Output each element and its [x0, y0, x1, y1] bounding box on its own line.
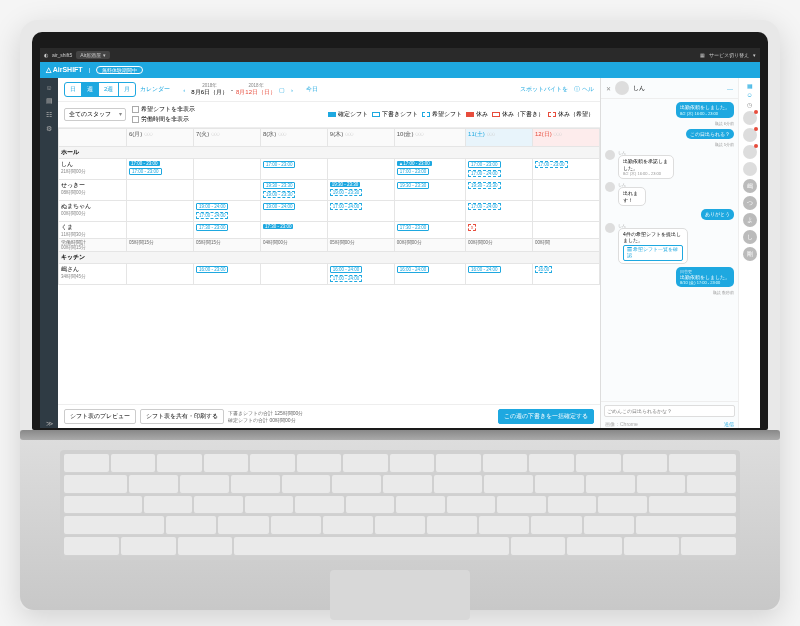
- shift-chip[interactable]: 17:00 - 23:00: [468, 161, 501, 168]
- contact-avatar[interactable]: つ: [743, 196, 757, 210]
- contact-avatar[interactable]: よ: [743, 213, 757, 227]
- staff-cell[interactable]: しん21時間00分: [59, 159, 127, 180]
- shift-chip[interactable]: 17:00 - 23:00: [397, 168, 430, 175]
- shift-chip[interactable]: ▲17:00 - 23:00: [397, 161, 432, 166]
- chat-body[interactable]: 出勤依頼をしました。8/2 (木) 16:00 - 23:00既読 6分前この日…: [601, 99, 738, 401]
- rail-clock-icon[interactable]: ◷: [747, 101, 752, 108]
- shift-cell[interactable]: 16:00 - 24:00: [394, 264, 465, 285]
- view-month[interactable]: 月: [119, 83, 135, 96]
- shift-cell[interactable]: 19:30 - 23:30: [394, 180, 465, 201]
- shift-cell[interactable]: [394, 201, 465, 222]
- shift-cell[interactable]: 19:00 - 24:00: [260, 201, 327, 222]
- os-store[interactable]: Air居酒屋 ▾: [76, 51, 110, 59]
- grid-icon[interactable]: ▦: [700, 52, 705, 58]
- nav-settings-icon[interactable]: ⚙: [46, 125, 52, 133]
- send-button[interactable]: 送信: [724, 421, 734, 427]
- rail-calendar-icon[interactable]: ▦: [747, 82, 753, 89]
- shift-cell[interactable]: 17:00 - 23:00: [533, 159, 600, 180]
- shift-grid[interactable]: 6(月) ○○○7(火) ○○○8(水) ○○○9(木) ○○○10(金) ○○…: [58, 128, 600, 404]
- shift-chip[interactable]: 19:00 - 24:00: [196, 203, 229, 210]
- calendar-link[interactable]: カレンダー: [140, 85, 170, 94]
- shift-chip[interactable]: 17:00 - 24:00: [468, 203, 501, 210]
- shift-chip[interactable]: 17:30 - 23:00: [397, 224, 430, 231]
- service-switch[interactable]: サービス切り替え: [709, 52, 749, 58]
- shift-cell[interactable]: [127, 180, 194, 201]
- shift-cell[interactable]: ▲17:00 - 23:0017:00 - 23:00: [394, 159, 465, 180]
- shift-cell[interactable]: 19:30 - 23:3019:00 - 23:30: [327, 180, 394, 201]
- staff-cell[interactable]: くま11時間30分: [59, 222, 127, 239]
- shift-cell[interactable]: 16:00 - 24:0017:00 - 24:00: [327, 264, 394, 285]
- shift-cell[interactable]: 19:30 - 23:3019:00 - 23:30: [260, 180, 327, 201]
- shift-cell[interactable]: 17:00 - 23:0017:00 - 24:00: [466, 159, 533, 180]
- shift-cell[interactable]: [260, 264, 327, 285]
- help-link[interactable]: ⓘ ヘル: [574, 85, 594, 94]
- staff-cell[interactable]: ぬまちゃん00時間00分: [59, 201, 127, 222]
- shift-chip[interactable]: 19:30 - 23:30: [330, 182, 361, 187]
- chat-menu-icon[interactable]: ⋯: [727, 85, 733, 92]
- shift-chip[interactable]: 19:30 - 23:30: [397, 182, 430, 189]
- shift-cell[interactable]: 16:00 - 24:00: [466, 264, 533, 285]
- shift-chip[interactable]: 17:00 - 23:00: [535, 161, 568, 168]
- shift-cell[interactable]: 16:00: [533, 264, 600, 285]
- shift-chip[interactable]: 16:00 - 24:00: [397, 266, 430, 273]
- shift-chip[interactable]: 16:00 - 24:00: [468, 266, 501, 273]
- rail-user-icon[interactable]: ☺: [746, 92, 752, 98]
- view-week[interactable]: 週: [82, 83, 99, 96]
- shift-cell[interactable]: 16:00 - 23:00: [193, 264, 260, 285]
- today-button[interactable]: 今日: [306, 85, 318, 94]
- next-week-button[interactable]: ›: [288, 87, 296, 93]
- hide-hours-checkbox[interactable]: 労働時間を非表示: [132, 115, 195, 124]
- shift-chip[interactable]: 17:00 - 24:00: [330, 275, 363, 282]
- contact-avatar[interactable]: [743, 145, 757, 159]
- shift-cell[interactable]: [193, 180, 260, 201]
- shift-cell[interactable]: [127, 222, 194, 239]
- contact-avatar[interactable]: し: [743, 230, 757, 244]
- nav-doc-icon[interactable]: ☷: [46, 111, 52, 119]
- prev-week-button[interactable]: ‹: [180, 87, 188, 93]
- shift-cell[interactable]: [193, 159, 260, 180]
- shift-chip[interactable]: 17:30 - 23:00: [196, 224, 229, 231]
- shift-chip[interactable]: 17:00 - 24:00: [468, 170, 501, 177]
- contact-avatar[interactable]: [743, 162, 757, 176]
- nav-calendar-icon[interactable]: ▤: [46, 97, 53, 105]
- shift-chip[interactable]: 19:30 - 23:30: [468, 182, 501, 189]
- shift-chip[interactable]: 16:00 - 24:00: [330, 266, 363, 273]
- shift-cell[interactable]: 17:00 - 23:0017:00 - 23:00: [127, 159, 194, 180]
- shift-list-chip[interactable]: ☰ 希望シフト一覧を確認: [623, 245, 683, 261]
- shift-chip[interactable]: 19:00 - 24:00: [263, 203, 296, 210]
- shift-cell[interactable]: [533, 201, 600, 222]
- contact-avatar[interactable]: 剛: [743, 247, 757, 261]
- shift-cell[interactable]: 17:30 - 23:00: [260, 222, 327, 239]
- share-print-button[interactable]: シフト表を共有・印刷する: [140, 409, 224, 424]
- nav-collapse-icon[interactable]: ≫: [46, 420, 53, 428]
- shift-cell[interactable]: [533, 180, 600, 201]
- shift-chip[interactable]: 17:00 - 24:00: [330, 203, 363, 210]
- shift-chip[interactable]: 16:00: [535, 266, 552, 273]
- date-picker-icon[interactable]: ▢: [279, 86, 285, 93]
- shift-cell[interactable]: 17:00 - 24:00: [327, 201, 394, 222]
- shift-chip[interactable]: 17:00 - 24:00: [196, 212, 229, 219]
- view-day[interactable]: 日: [65, 83, 82, 96]
- view-2week[interactable]: 2週: [99, 83, 119, 96]
- staff-cell[interactable]: せっきー08時間00分: [59, 180, 127, 201]
- close-icon[interactable]: ✕: [606, 85, 611, 92]
- shift-cell[interactable]: [127, 201, 194, 222]
- shift-cell[interactable]: [533, 222, 600, 239]
- hide-request-checkbox[interactable]: 希望シフトを非表示: [132, 105, 195, 114]
- shift-cell[interactable]: 19:00 - 24:0017:00 - 24:00: [193, 201, 260, 222]
- shift-cell[interactable]: [327, 222, 394, 239]
- shift-chip[interactable]: 19:00 - 23:30: [330, 189, 363, 196]
- bulk-confirm-button[interactable]: この週の下書きを一括確定する: [498, 409, 594, 424]
- shift-chip[interactable]: 19:00 - 23:30: [263, 191, 296, 198]
- shift-cell[interactable]: [127, 264, 194, 285]
- shift-chip[interactable]: 17:30 - 23:00: [263, 224, 294, 229]
- shift-cell[interactable]: 17:00 - 23:00: [260, 159, 327, 180]
- shift-chip[interactable]: 17:00 - 23:00: [263, 161, 296, 168]
- spot-link[interactable]: スポットバイトを: [520, 85, 568, 94]
- preview-button[interactable]: シフト表のプレビュー: [64, 409, 136, 424]
- shift-chip[interactable]: 16:00 - 23:00: [196, 266, 229, 273]
- shift-chip[interactable]: 19:30 - 23:30: [263, 182, 296, 189]
- staff-cell[interactable]: 嶋さん34時間45分: [59, 264, 127, 285]
- shift-chip[interactable]: 17:00 - 23:00: [129, 161, 160, 166]
- shift-cell[interactable]: 17:30 - 23:00: [193, 222, 260, 239]
